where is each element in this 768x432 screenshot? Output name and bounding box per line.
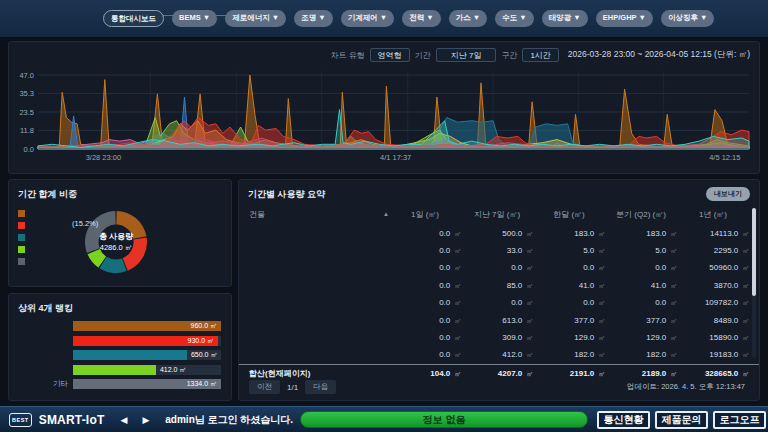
comm-status-button[interactable]: 통신현황 bbox=[597, 411, 650, 429]
table-row[interactable]: 0.0 ㎥0.0 ㎥0.0 ㎥0.0 ㎥109782.0 ㎥ bbox=[239, 295, 759, 312]
table-row[interactable]: 0.0 ㎥309.0 ㎥129.0 ㎥129.0 ㎥15890.0 ㎥ bbox=[239, 329, 759, 346]
cell-value: 0.0 ㎥ bbox=[389, 333, 461, 343]
period-label: 기간 bbox=[415, 50, 431, 61]
ranking-bar-value: 930.0 ㎥ bbox=[188, 336, 214, 346]
arrow-right-icon[interactable]: ▶ bbox=[142, 415, 149, 425]
app-brand: SMART-IoT bbox=[39, 413, 105, 427]
ranking-bar-track: 1334.0 ㎥ bbox=[73, 379, 221, 389]
col-header-building[interactable]: 건물▲ bbox=[249, 209, 389, 220]
table-row[interactable]: 0.0 ㎥85.0 ㎥41.0 ㎥41.0 ㎥3870.0 ㎥ bbox=[239, 277, 759, 294]
donut-percent-callout: (15.2%) bbox=[72, 219, 98, 228]
export-button[interactable]: 내보내기 bbox=[706, 187, 750, 201]
chart-controls: 차트 유형 영역형 기간 지난 7일 구간 1시간 2026-03-28 23:… bbox=[330, 48, 750, 62]
cell-value: 33.0 ㎥ bbox=[461, 246, 533, 256]
col-header-4[interactable]: 분기 (Q2) (㎥) bbox=[605, 209, 677, 220]
cell-value: 0.0 ㎥ bbox=[461, 298, 533, 308]
legend-swatch-3 bbox=[18, 246, 25, 253]
bottom-buttons: 통신현황제품문의로그오프 bbox=[597, 411, 766, 429]
product-inquiry-button[interactable]: 제품문의 bbox=[655, 411, 708, 429]
table-row[interactable]: 0.0 ㎥412.0 ㎥182.0 ㎥182.0 ㎥19183.0 ㎥ bbox=[239, 347, 759, 364]
best-badge: BEST bbox=[9, 413, 32, 427]
interval-label: 구간 bbox=[501, 50, 517, 61]
interval-select[interactable]: 1시간 bbox=[522, 48, 558, 62]
cell-value: 613.0 ㎥ bbox=[461, 316, 533, 326]
page-indicator: 1/1 bbox=[287, 383, 298, 392]
ranking-title: 상위 4개 랭킹 bbox=[9, 294, 231, 315]
nav-item-7[interactable]: 수도 ▼ bbox=[495, 10, 534, 27]
usage-summary-panel: 기간별 사용량 요약 내보내기 건물▲1일 (㎥)지난 7일 (㎥)한달 (㎥)… bbox=[238, 179, 760, 401]
col-header-1[interactable]: 1일 (㎥) bbox=[389, 209, 461, 220]
next-page-button[interactable]: 다음 bbox=[305, 380, 336, 394]
nav-item-2[interactable]: 제로에너지 ▼ bbox=[225, 10, 286, 27]
svg-text:3/28 23:00: 3/28 23:00 bbox=[86, 153, 121, 162]
nav-item-3[interactable]: 조명 ▼ bbox=[294, 10, 333, 27]
ranking-bar-track: 650.0 ㎥ bbox=[73, 350, 221, 360]
cell-value: 0.0 ㎥ bbox=[605, 298, 677, 308]
ranking-bar-value: 412.0 ㎥ bbox=[160, 365, 186, 375]
chart-type-select[interactable]: 영역형 bbox=[370, 48, 410, 62]
ranking-bar bbox=[73, 365, 156, 375]
cell-value: 0.0 ㎥ bbox=[389, 281, 461, 291]
cell-value: 0.0 ㎥ bbox=[605, 263, 677, 273]
nav-item-9[interactable]: EHP/GHP ▼ bbox=[596, 10, 653, 27]
cell-value: 50960.0 ㎥ bbox=[677, 263, 749, 273]
ranking-bar-track: 412.0 ㎥ bbox=[73, 365, 221, 375]
period-share-title: 기간 합계 비중 bbox=[9, 180, 231, 201]
prev-page-button[interactable]: 이전 bbox=[249, 380, 280, 394]
table-body: 0.0 ㎥500.0 ㎥183.0 ㎥183.0 ㎥14113.0 ㎥0.0 ㎥… bbox=[239, 225, 759, 364]
table-row[interactable]: 0.0 ㎥0.0 ㎥0.0 ㎥0.0 ㎥50960.0 ㎥ bbox=[239, 260, 759, 277]
svg-text:11.8: 11.8 bbox=[20, 126, 34, 135]
top-nav-bar: 통합대시보드BEMS ▼제로에너지 ▼조명 ▼기계제어 ▼전력 ▼가스 ▼수도 … bbox=[0, 0, 768, 38]
cell-value: 41.0 ㎥ bbox=[605, 281, 677, 291]
cell-value: 0.0 ㎥ bbox=[389, 263, 461, 273]
status-message-button[interactable]: 정보 없음 bbox=[300, 411, 588, 428]
scrollbar-thumb[interactable] bbox=[752, 208, 756, 296]
nav-item-10[interactable]: 이상징후 ▼ bbox=[661, 10, 715, 27]
date-range-text: 2026-03-28 23:00 ~ 2026-04-05 12:15 (단위:… bbox=[568, 49, 750, 61]
ranking-bars: 960.0 ㎥930.0 ㎥650.0 ㎥412.0 ㎥기타1334.0 ㎥ bbox=[9, 321, 221, 394]
table-row[interactable]: 0.0 ㎥613.0 ㎥377.0 ㎥377.0 ㎥8489.0 ㎥ bbox=[239, 312, 759, 329]
cell-value: 309.0 ㎥ bbox=[461, 333, 533, 343]
legend-swatch-2 bbox=[18, 234, 25, 241]
ranking-bar bbox=[73, 350, 187, 360]
nav-item-5[interactable]: 전력 ▼ bbox=[402, 10, 441, 27]
login-status-text: admin님 로그인 하셨습니다. bbox=[165, 413, 293, 427]
table-scrollbar[interactable] bbox=[752, 208, 756, 358]
summary-title: 기간별 사용량 요약 bbox=[239, 180, 759, 201]
cell-value: 8489.0 ㎥ bbox=[677, 316, 749, 326]
bottom-status-bar: BEST SMART-IoT ◀ ▶ admin님 로그인 하셨습니다. 정보 … bbox=[0, 406, 768, 432]
cell-value: 0.0 ㎥ bbox=[533, 263, 605, 273]
updated-timestamp: 업데이트: 2026. 4. 5. 오후 12:13:47 bbox=[627, 382, 745, 392]
svg-text:4/5 12:15: 4/5 12:15 bbox=[709, 153, 740, 162]
logoff-button[interactable]: 로그오프 bbox=[713, 411, 766, 429]
cell-value: 0.0 ㎥ bbox=[389, 350, 461, 360]
cell-value: 377.0 ㎥ bbox=[605, 316, 677, 326]
ranking-row-0: 960.0 ㎥ bbox=[9, 321, 221, 331]
table-row[interactable]: 0.0 ㎥33.0 ㎥5.0 ㎥5.0 ㎥2295.0 ㎥ bbox=[239, 242, 759, 259]
ranking-row-label: 기타 bbox=[9, 379, 73, 389]
cell-value: 0.0 ㎥ bbox=[389, 229, 461, 239]
nav-item-6[interactable]: 가스 ▼ bbox=[449, 10, 488, 27]
col-header-5[interactable]: 1년 (㎥) bbox=[677, 209, 749, 220]
cell-value: 5.0 ㎥ bbox=[533, 246, 605, 256]
cell-value: 377.0 ㎥ bbox=[533, 316, 605, 326]
col-header-2[interactable]: 지난 7일 (㎥) bbox=[461, 209, 533, 220]
nav-item-8[interactable]: 태양광 ▼ bbox=[542, 10, 588, 27]
ranking-bar-value: 650.0 ㎥ bbox=[191, 350, 217, 360]
cell-value: 183.0 ㎥ bbox=[533, 229, 605, 239]
period-select[interactable]: 지난 7일 bbox=[436, 48, 497, 62]
donut-center-value: 4286.0 ㎥ bbox=[76, 243, 156, 253]
usage-trend-chart-panel: 차트 유형 영역형 기간 지난 7일 구간 1시간 2026-03-28 23:… bbox=[8, 41, 760, 174]
nav-item-1[interactable]: BEMS ▼ bbox=[172, 10, 217, 27]
cell-value: 2295.0 ㎥ bbox=[677, 246, 749, 256]
period-share-panel: 기간 합계 비중 (15.2%) 총 사용량 4286.0 ㎥ bbox=[8, 179, 232, 287]
chart-type-label: 차트 유형 bbox=[330, 50, 364, 61]
nav-item-4[interactable]: 기계제어 ▼ bbox=[341, 10, 395, 27]
col-header-3[interactable]: 한달 (㎥) bbox=[533, 209, 605, 220]
svg-text:47.0: 47.0 bbox=[19, 71, 34, 80]
nav-item-0[interactable]: 통합대시보드 bbox=[103, 10, 164, 27]
footer-label: 합산(현재페이지) bbox=[249, 368, 389, 379]
footer-value: 104.0 ㎥ bbox=[389, 369, 461, 379]
table-row[interactable]: 0.0 ㎥500.0 ㎥183.0 ㎥183.0 ㎥14113.0 ㎥ bbox=[239, 225, 759, 242]
arrow-left-icon[interactable]: ◀ bbox=[120, 415, 127, 425]
